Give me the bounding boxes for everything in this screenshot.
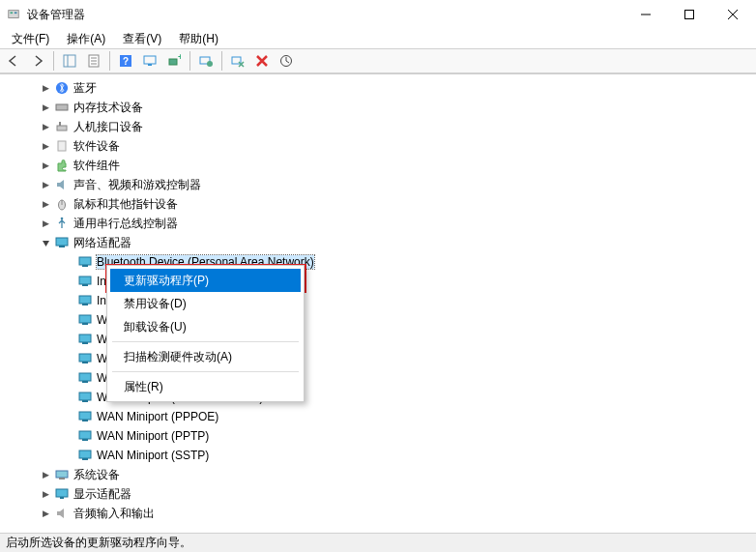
svg-rect-40 — [82, 323, 88, 325]
expand-icon[interactable]: ▶ — [39, 507, 52, 520]
collapse-icon[interactable] — [39, 236, 52, 249]
network-adapter-icon — [77, 293, 93, 308]
svg-rect-58 — [60, 497, 64, 499]
expand-icon[interactable]: ▶ — [39, 159, 52, 172]
system-icon — [54, 467, 70, 482]
menu-uninstall-device[interactable]: 卸载设备(U) — [110, 315, 301, 338]
forward-button[interactable] — [26, 50, 49, 72]
tree-item-display[interactable]: ▶ 显示适配器 — [2, 484, 754, 504]
svg-point-20 — [207, 61, 213, 67]
show-hide-console-button[interactable] — [58, 50, 81, 72]
network-adapter-icon — [77, 390, 93, 405]
status-bar: 启动所选设备的更新驱动程序向导。 — [0, 533, 756, 552]
menu-disable-device[interactable]: 禁用设备(D) — [110, 292, 301, 315]
expand-icon[interactable]: ▶ — [39, 217, 52, 230]
tree-item-wan-pppoe[interactable]: WAN Miniport (PPPOE) — [2, 407, 754, 426]
svg-rect-39 — [79, 315, 91, 323]
expand-icon[interactable]: ▶ — [39, 120, 52, 133]
close-button[interactable] — [711, 0, 754, 29]
tree-item-sound[interactable]: ▶ 声音、视频和游戏控制器 — [2, 175, 754, 194]
expand-icon[interactable]: ▶ — [39, 81, 52, 95]
spacer — [62, 410, 75, 423]
maximize-button[interactable] — [667, 0, 711, 29]
network-adapter-icon — [77, 332, 93, 347]
tree-label: 网络适配器 — [73, 235, 131, 251]
svg-rect-25 — [57, 126, 67, 131]
uninstall-device-button[interactable] — [250, 50, 274, 72]
menu-help[interactable]: 帮助(H) — [171, 30, 226, 48]
back-button[interactable] — [2, 50, 25, 72]
toolbar-separator — [53, 51, 54, 71]
properties-button[interactable] — [82, 50, 105, 72]
tree-item-wan-sstp[interactable]: WAN Miniport (SSTP) — [2, 446, 754, 465]
tree-item-network[interactable]: 网络适配器 — [2, 233, 754, 252]
network-adapter-icon — [77, 254, 93, 270]
tree-item-audio-io[interactable]: ▶ 音频输入和输出 — [2, 504, 754, 523]
minimize-button[interactable] — [624, 0, 667, 29]
disable-device-button[interactable] — [226, 50, 249, 72]
svg-line-6 — [728, 10, 738, 19]
expand-icon[interactable]: ▶ — [39, 197, 52, 211]
svg-rect-45 — [79, 373, 91, 381]
menu-bar: 文件(F) 操作(A) 查看(V) 帮助(H) — [0, 29, 756, 48]
expand-icon[interactable]: ▶ — [39, 139, 52, 153]
spacer — [62, 371, 75, 385]
svg-rect-26 — [59, 122, 61, 126]
window-controls — [624, 0, 754, 29]
network-adapter-icon — [77, 351, 93, 366]
expand-icon[interactable]: ▶ — [39, 178, 52, 191]
svg-rect-0 — [9, 11, 19, 18]
tree-item-system[interactable]: ▶ 系统设备 — [2, 465, 754, 484]
enable-device-button[interactable] — [275, 50, 298, 72]
svg-rect-51 — [79, 431, 91, 439]
toolbar-separator — [109, 51, 110, 71]
tree-item-software-components[interactable]: ▶ 软件组件 — [2, 156, 754, 175]
add-legacy-button[interactable]: + — [162, 50, 186, 72]
network-adapter-icon — [77, 312, 93, 328]
menu-scan-hardware[interactable]: 扫描检测硬件改动(A) — [110, 345, 301, 368]
tree-label: 鼠标和其他指针设备 — [73, 196, 178, 213]
scan-hardware-button[interactable] — [138, 50, 161, 72]
tree-label: WAN Miniport (SSTP) — [97, 449, 209, 462]
menu-properties[interactable]: 属性(R) — [110, 375, 301, 398]
display-icon — [54, 486, 70, 502]
expand-icon[interactable]: ▶ — [39, 487, 52, 501]
network-adapter-icon — [77, 370, 93, 386]
svg-line-5 — [728, 10, 738, 19]
tree-item-wan-pptp[interactable]: WAN Miniport (PPTP) — [2, 426, 754, 446]
tree-item-bluetooth[interactable]: ▶ 蓝牙 — [2, 78, 754, 98]
hid-icon — [54, 119, 70, 134]
network-adapter-icon — [77, 448, 93, 463]
update-driver-button[interactable] — [194, 50, 218, 72]
menu-file[interactable]: 文件(F) — [4, 30, 57, 48]
memory-icon — [54, 100, 70, 115]
svg-rect-38 — [82, 304, 88, 305]
tree-item-software-devices[interactable]: ▶ 软件设备 — [2, 136, 754, 156]
expand-icon[interactable]: ▶ — [39, 468, 52, 481]
tree-item-mouse[interactable]: ▶ 鼠标和其他指针设备 — [2, 194, 754, 214]
menu-view[interactable]: 查看(V) — [115, 30, 169, 48]
menu-action[interactable]: 操作(A) — [59, 30, 113, 48]
help-button[interactable]: ? — [114, 50, 137, 72]
audio-icon — [54, 506, 70, 521]
tree-item-usb[interactable]: ▶ 通用串行总线控制器 — [2, 214, 754, 233]
svg-rect-55 — [56, 471, 68, 478]
tree-label: 人机接口设备 — [73, 119, 143, 135]
svg-rect-52 — [82, 439, 88, 441]
svg-rect-36 — [82, 284, 88, 286]
expand-icon[interactable]: ▶ — [39, 101, 52, 114]
mouse-icon — [54, 196, 70, 212]
svg-rect-7 — [64, 55, 75, 67]
toolbar-separator — [189, 51, 190, 71]
toolbar: ? + — [0, 48, 756, 73]
tree-item-hid[interactable]: ▶ 人机接口设备 — [2, 117, 754, 136]
svg-rect-53 — [79, 450, 91, 458]
svg-rect-16 — [148, 64, 152, 66]
svg-text:?: ? — [123, 56, 129, 67]
svg-rect-32 — [59, 246, 65, 247]
svg-rect-17 — [169, 59, 177, 65]
app-icon — [6, 7, 21, 22]
tree-item-memory[interactable]: ▶ 内存技术设备 — [2, 98, 754, 117]
menu-update-driver[interactable]: 更新驱动程序(P) — [110, 269, 301, 292]
tree-label: 蓝牙 — [73, 80, 97, 97]
